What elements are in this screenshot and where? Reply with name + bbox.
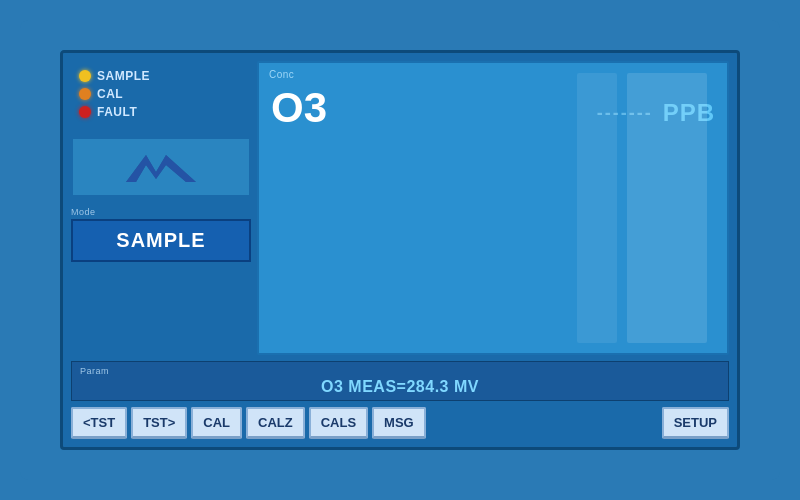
sample-label: SAMPLE: [97, 69, 150, 83]
mode-section-label: Mode: [71, 207, 251, 217]
main-display: Conc O3 ------- PPB: [257, 61, 729, 355]
indicators-panel: SAMPLE CAL FAULT: [71, 61, 251, 127]
logo-svg: [121, 147, 201, 187]
device-frame: SAMPLE CAL FAULT: [20, 20, 780, 480]
svg-marker-1: [126, 155, 196, 182]
fault-indicator-dot: [79, 106, 91, 118]
logo-area: [71, 137, 251, 197]
msg-button[interactable]: MSG: [372, 407, 426, 439]
indicator-sample: SAMPLE: [79, 69, 243, 83]
param-section-label: Param: [80, 366, 720, 376]
param-section: Param O3 MEAS=284.3 MV: [71, 361, 729, 401]
mode-section: Mode SAMPLE: [71, 207, 251, 262]
tst-next-button[interactable]: TST>: [131, 407, 187, 439]
sample-indicator-dot: [79, 70, 91, 82]
mode-value: SAMPLE: [71, 219, 251, 262]
top-section: SAMPLE CAL FAULT: [71, 61, 729, 355]
left-panel: SAMPLE CAL FAULT: [71, 61, 251, 355]
bottom-buttons: <TST TST> CAL CALZ CALS MSG SETUP: [71, 407, 729, 439]
reflection-2: [577, 73, 617, 343]
conc-label: Conc: [269, 69, 294, 80]
cal-button[interactable]: CAL: [191, 407, 242, 439]
fault-label: FAULT: [97, 105, 137, 119]
cal-label: CAL: [97, 87, 123, 101]
setup-button[interactable]: SETUP: [662, 407, 729, 439]
screen: SAMPLE CAL FAULT: [60, 50, 740, 450]
param-value: O3 MEAS=284.3 MV: [80, 378, 720, 396]
reflection-1: [627, 73, 707, 343]
cals-button[interactable]: CALS: [309, 407, 368, 439]
calz-button[interactable]: CALZ: [246, 407, 305, 439]
tst-prev-button[interactable]: <TST: [71, 407, 127, 439]
indicator-cal: CAL: [79, 87, 243, 101]
indicator-fault: FAULT: [79, 105, 243, 119]
cal-indicator-dot: [79, 88, 91, 100]
